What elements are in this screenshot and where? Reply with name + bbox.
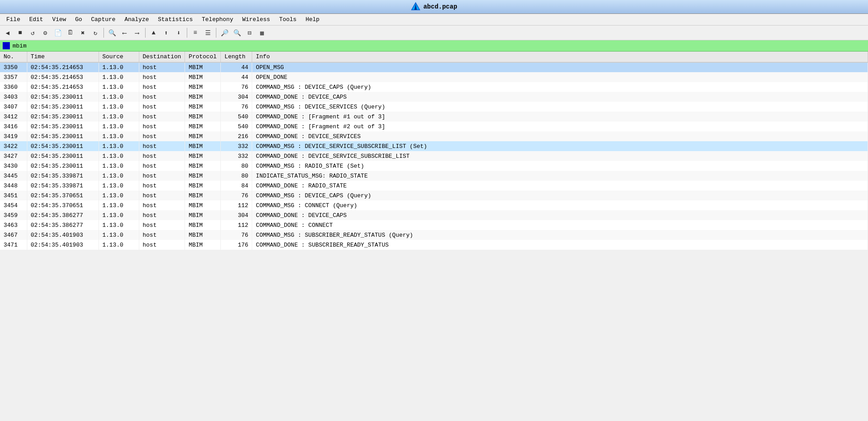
cell-proto: MBIM bbox=[185, 82, 221, 92]
table-row[interactable]: 335702:54:35.2146531.13.0hostMBIM44OPEN_… bbox=[0, 72, 868, 82]
cell-no: 3448 bbox=[0, 181, 27, 191]
menu-icon2[interactable]: ☰ bbox=[202, 27, 214, 39]
next-icon[interactable]: ⟶ bbox=[131, 27, 143, 39]
columns-icon[interactable]: ▦ bbox=[256, 27, 268, 39]
settings-icon[interactable]: ⚙ bbox=[39, 27, 51, 39]
find-icon[interactable]: 🔍 bbox=[106, 27, 118, 39]
table-row[interactable]: 340302:54:35.2300111.13.0hostMBIM304COMM… bbox=[0, 92, 868, 102]
cell-no: 3403 bbox=[0, 92, 27, 102]
col-header-length[interactable]: Length bbox=[221, 52, 252, 62]
cell-dest: host bbox=[139, 220, 185, 230]
cell-source: 1.13.0 bbox=[99, 82, 139, 92]
zoom-reset-icon[interactable]: ⊟ bbox=[244, 27, 255, 39]
go-last-icon[interactable]: ⬇ bbox=[173, 27, 185, 39]
cell-proto: MBIM bbox=[185, 92, 221, 102]
cell-dest: host bbox=[139, 161, 185, 171]
col-header-time[interactable]: Time bbox=[27, 52, 99, 62]
table-row[interactable]: 342202:54:35.2300111.13.0hostMBIM332COMM… bbox=[0, 141, 868, 151]
cell-info: COMMAND_MSG : DEVICE_SERVICE_SUBSCRIBE_L… bbox=[252, 141, 868, 151]
cell-time: 02:54:35.214653 bbox=[27, 62, 99, 72]
cell-info: COMMAND_DONE : DEVICE_CAPS bbox=[252, 92, 868, 102]
table-row[interactable]: 341902:54:35.2300111.13.0hostMBIM216COMM… bbox=[0, 131, 868, 141]
menu-item-edit[interactable]: Edit bbox=[25, 15, 47, 24]
cell-length: 80 bbox=[221, 171, 252, 181]
cell-time: 02:54:35.230011 bbox=[27, 161, 99, 171]
filter-input[interactable] bbox=[13, 43, 865, 49]
menu-item-capture[interactable]: Capture bbox=[86, 15, 120, 24]
cell-info: INDICATE_STATUS_MSG: RADIO_STATE bbox=[252, 171, 868, 181]
filter-indicator bbox=[3, 42, 10, 49]
menu-item-tools[interactable]: Tools bbox=[275, 15, 301, 24]
cell-time: 02:54:35.230011 bbox=[27, 102, 99, 112]
list-icon[interactable]: ≡ bbox=[189, 27, 201, 39]
stop-icon[interactable]: ■ bbox=[14, 27, 26, 39]
col-header-info[interactable]: Info bbox=[252, 52, 868, 62]
table-row[interactable]: 344502:54:35.3398711.13.0hostMBIM80INDIC… bbox=[0, 171, 868, 181]
file-icon[interactable]: 📄 bbox=[52, 27, 64, 39]
cell-no: 3463 bbox=[0, 220, 27, 230]
table-row[interactable]: 344802:54:35.3398711.13.0hostMBIM84COMMA… bbox=[0, 181, 868, 191]
cell-proto: MBIM bbox=[185, 191, 221, 200]
table-row[interactable]: 346302:54:35.3862771.13.0hostMBIM112COMM… bbox=[0, 220, 868, 230]
zoom-out-icon[interactable]: 🔍 bbox=[231, 27, 243, 39]
table-row[interactable]: 341602:54:35.2300111.13.0hostMBIM540COMM… bbox=[0, 122, 868, 131]
cell-length: 216 bbox=[221, 131, 252, 141]
table-row[interactable]: 345902:54:35.3862771.13.0hostMBIM304COMM… bbox=[0, 210, 868, 220]
menu-item-statistics[interactable]: Statistics bbox=[153, 15, 197, 24]
table-row[interactable]: 347102:54:35.4019031.13.0hostMBIM176COMM… bbox=[0, 240, 868, 250]
cell-info: COMMAND_MSG : CONNECT (Query) bbox=[252, 200, 868, 210]
cell-time: 02:54:35.230011 bbox=[27, 141, 99, 151]
col-header-no[interactable]: No. bbox=[0, 52, 27, 62]
cell-source: 1.13.0 bbox=[99, 112, 139, 122]
table-row[interactable]: 345402:54:35.3706511.13.0hostMBIM112COMM… bbox=[0, 200, 868, 210]
cell-time: 02:54:35.230011 bbox=[27, 112, 99, 122]
menu-item-analyze[interactable]: Analyze bbox=[120, 15, 154, 24]
cell-time: 02:54:35.370651 bbox=[27, 200, 99, 210]
cell-proto: MBIM bbox=[185, 210, 221, 220]
menu-item-go[interactable]: Go bbox=[71, 15, 87, 24]
cell-proto: MBIM bbox=[185, 122, 221, 131]
close-icon[interactable]: ✖ bbox=[77, 27, 89, 39]
cell-time: 02:54:35.214653 bbox=[27, 82, 99, 92]
table-row[interactable]: 335002:54:35.2146531.13.0hostMBIM44OPEN_… bbox=[0, 62, 868, 72]
menu-item-help[interactable]: Help bbox=[301, 15, 324, 24]
cell-length: 304 bbox=[221, 92, 252, 102]
packet-body: 335002:54:35.2146531.13.0hostMBIM44OPEN_… bbox=[0, 62, 868, 250]
col-header-source[interactable]: Source bbox=[99, 52, 139, 62]
packet-table-container[interactable]: No.TimeSourceDestinationProtocolLengthIn… bbox=[0, 52, 868, 416]
menu-item-file[interactable]: File bbox=[2, 15, 25, 24]
cell-source: 1.13.0 bbox=[99, 220, 139, 230]
toolbar-separator bbox=[216, 28, 216, 38]
menu-item-telephony[interactable]: Telephony bbox=[198, 15, 238, 24]
table-row[interactable]: 345102:54:35.3706511.13.0hostMBIM76COMMA… bbox=[0, 191, 868, 200]
cell-source: 1.13.0 bbox=[99, 230, 139, 240]
cell-dest: host bbox=[139, 151, 185, 161]
cell-dest: host bbox=[139, 200, 185, 210]
menu-item-wireless[interactable]: Wireless bbox=[238, 15, 275, 24]
col-header-protocol[interactable]: Protocol bbox=[185, 52, 221, 62]
table-row[interactable]: 342702:54:35.2300111.13.0hostMBIM332COMM… bbox=[0, 151, 868, 161]
table-row[interactable]: 346702:54:35.4019031.13.0hostMBIM76COMMA… bbox=[0, 230, 868, 240]
col-header-destination[interactable]: Destination bbox=[139, 52, 185, 62]
cell-no: 3451 bbox=[0, 191, 27, 200]
reload-icon[interactable]: ↺ bbox=[27, 27, 39, 39]
refresh-icon[interactable]: ↻ bbox=[90, 27, 101, 39]
menu-item-view[interactable]: View bbox=[47, 15, 70, 24]
table-row[interactable]: 343002:54:35.2300111.13.0hostMBIM80COMMA… bbox=[0, 161, 868, 171]
cell-length: 332 bbox=[221, 141, 252, 151]
back-icon[interactable]: ◀ bbox=[2, 27, 13, 39]
table-row[interactable]: 340702:54:35.2300111.13.0hostMBIM76COMMA… bbox=[0, 102, 868, 112]
cell-proto: MBIM bbox=[185, 62, 221, 72]
cell-source: 1.13.0 bbox=[99, 72, 139, 82]
go-up-icon[interactable]: ▲ bbox=[148, 27, 159, 39]
table-row[interactable]: 341202:54:35.2300111.13.0hostMBIM540COMM… bbox=[0, 112, 868, 122]
go-first-icon[interactable]: ⬆ bbox=[160, 27, 172, 39]
table-row[interactable]: 336002:54:35.2146531.13.0hostMBIM76COMMA… bbox=[0, 82, 868, 92]
zoom-in-icon[interactable]: 🔎 bbox=[219, 27, 230, 39]
cell-time: 02:54:35.339871 bbox=[27, 181, 99, 191]
prev-icon[interactable]: ⟵ bbox=[119, 27, 130, 39]
cell-dest: host bbox=[139, 62, 185, 72]
cell-length: 540 bbox=[221, 122, 252, 131]
filter-bar[interactable] bbox=[0, 40, 868, 52]
calendar-icon[interactable]: 🗓 bbox=[64, 27, 76, 39]
